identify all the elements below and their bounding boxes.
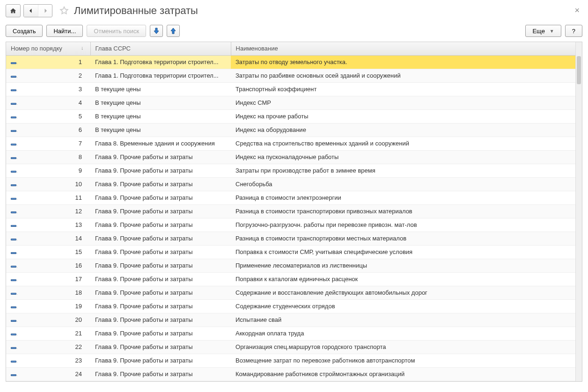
more-button[interactable]: Еще ▼ (525, 25, 561, 37)
row-number-cell: 1 (17, 55, 90, 69)
table-row[interactable]: 13Глава 9. Прочие работы и затратыПогруз… (6, 218, 582, 232)
chevron-down-icon: ▼ (550, 29, 554, 34)
row-number-cell: 7 (17, 137, 90, 150)
row-number-cell: 19 (17, 299, 90, 313)
col-name-header[interactable]: Наименование (231, 42, 582, 55)
create-button[interactable]: Создать (6, 25, 43, 37)
table-row[interactable]: 24Глава 9. Прочие работы и затратыКоманд… (6, 367, 582, 381)
row-name-cell: Индекс СМР (231, 96, 582, 109)
col-chapter-header[interactable]: Глава ССРС (90, 42, 231, 55)
back-button[interactable] (24, 5, 38, 17)
toolbar: Создать Найти... Отменить поиск Еще ▼ ? (6, 25, 582, 37)
item-icon (11, 374, 16, 376)
row-marker-cell (6, 272, 17, 286)
row-marker-cell (6, 354, 17, 367)
vertical-scrollbar[interactable] (575, 42, 582, 381)
arrow-right-icon (43, 8, 48, 14)
item-icon (11, 320, 16, 322)
move-up-button[interactable] (167, 25, 180, 37)
row-chapter-cell: Глава 9. Прочие работы и затраты (90, 232, 231, 245)
page-title: Лимитированные затраты (74, 5, 569, 17)
col-number-header[interactable]: Номер по порядку ↓ (6, 42, 90, 55)
table-row[interactable]: 3В текущие ценыТранспортный коэффициент (6, 82, 582, 96)
table-row[interactable]: 12Глава 9. Прочие работы и затратыРазниц… (6, 204, 582, 218)
table-row[interactable]: 10Глава 9. Прочие работы и затратыСнегоб… (6, 177, 582, 191)
row-number-cell: 13 (17, 218, 90, 232)
row-name-cell: Поправки к каталогам единичных расценок (231, 272, 582, 286)
table-row[interactable]: 17Глава 9. Прочие работы и затратыПоправ… (6, 272, 582, 286)
cancel-search-button[interactable]: Отменить поиск (87, 25, 146, 37)
item-icon (11, 157, 16, 159)
row-name-cell: Снегоборьба (231, 177, 582, 191)
row-marker-cell (6, 109, 17, 123)
table-row[interactable]: 4В текущие ценыИндекс СМР (6, 96, 582, 109)
table-row[interactable]: 16Глава 9. Прочие работы и затратыПримен… (6, 259, 582, 272)
row-chapter-cell: В текущие цены (90, 109, 231, 123)
row-number-cell: 23 (17, 354, 90, 367)
table-row[interactable]: 15Глава 9. Прочие работы и затратыПоправ… (6, 245, 582, 259)
row-name-cell: Индекс на оборудование (231, 123, 582, 137)
row-chapter-cell: Глава 9. Прочие работы и затраты (90, 299, 231, 313)
row-marker-cell (6, 177, 17, 191)
row-number-cell: 15 (17, 245, 90, 259)
row-chapter-cell: В текущие цены (90, 123, 231, 137)
table-row[interactable]: 19Глава 9. Прочие работы и затратыСодерж… (6, 299, 582, 313)
row-chapter-cell: Глава 9. Прочие работы и затраты (90, 204, 231, 218)
row-number-cell: 22 (17, 340, 90, 354)
row-name-cell: Возмещение затрат по перевозке работнико… (231, 354, 582, 367)
table-row[interactable]: 20Глава 9. Прочие работы и затратыИспыта… (6, 313, 582, 327)
row-number-cell: 9 (17, 164, 90, 177)
nav-back-forward (23, 4, 52, 17)
item-icon (11, 116, 16, 118)
item-icon (11, 144, 16, 145)
move-down-button[interactable] (150, 25, 163, 37)
close-button[interactable]: × (572, 4, 582, 17)
row-chapter-cell: Глава 9. Прочие работы и затраты (90, 354, 231, 367)
item-icon (11, 62, 16, 64)
table-row[interactable]: 8Глава 9. Прочие работы и затратыИндекс … (6, 150, 582, 164)
table-row[interactable]: 7Глава 8. Временные здания и сооруженияС… (6, 137, 582, 150)
row-number-cell: 12 (17, 204, 90, 218)
help-button[interactable]: ? (565, 25, 582, 37)
find-button[interactable]: Найти... (46, 25, 83, 37)
row-name-cell: Индекс на прочие работы (231, 109, 582, 123)
row-marker-cell (6, 137, 17, 150)
row-chapter-cell: Глава 9. Прочие работы и затраты (90, 218, 231, 232)
table-row[interactable]: 23Глава 9. Прочие работы и затратыВозмещ… (6, 354, 582, 367)
table-row[interactable]: 5В текущие ценыИндекс на прочие работы (6, 109, 582, 123)
row-number-cell: 4 (17, 96, 90, 109)
row-number-cell: 2 (17, 69, 90, 82)
row-name-cell: Организация спец.маршрутов городского тр… (231, 340, 582, 354)
row-chapter-cell: Глава 9. Прочие работы и затраты (90, 272, 231, 286)
item-icon (11, 184, 16, 186)
favorite-star-icon[interactable] (59, 6, 69, 16)
row-chapter-cell: Глава 9. Прочие работы и затраты (90, 164, 231, 177)
data-table-container: Номер по порядку ↓ Глава ССРС Наименован… (6, 42, 582, 382)
header-bar: Лимитированные затраты × (6, 4, 582, 17)
row-chapter-cell: В текущие цены (90, 96, 231, 109)
table-row[interactable]: 22Глава 9. Прочие работы и затратыОргани… (6, 340, 582, 354)
table-row[interactable]: 6В текущие ценыИндекс на оборудование (6, 123, 582, 137)
row-number-cell: 17 (17, 272, 90, 286)
home-button[interactable] (6, 4, 21, 17)
data-table: Номер по порядку ↓ Глава ССРС Наименован… (6, 42, 582, 381)
row-marker-cell (6, 123, 17, 137)
arrow-down-blue-icon (154, 28, 159, 34)
forward-button[interactable] (38, 5, 52, 17)
item-icon (11, 279, 16, 281)
table-row[interactable]: 14Глава 9. Прочие работы и затратыРазниц… (6, 232, 582, 245)
table-row[interactable]: 1Глава 1. Подготовка территории строител… (6, 55, 582, 69)
row-number-cell: 18 (17, 286, 90, 299)
item-icon (11, 347, 16, 349)
table-row[interactable]: 2Глава 1. Подготовка территории строител… (6, 69, 582, 82)
row-marker-cell (6, 340, 17, 354)
item-icon (11, 130, 16, 132)
table-row[interactable]: 9Глава 9. Прочие работы и затратыЗатраты… (6, 164, 582, 177)
table-row[interactable]: 11Глава 9. Прочие работы и затратыРазниц… (6, 191, 582, 204)
row-name-cell: Командирование работников строймонтажных… (231, 367, 582, 381)
row-number-cell: 21 (17, 327, 90, 340)
table-row[interactable]: 18Глава 9. Прочие работы и затратыСодерж… (6, 286, 582, 299)
row-name-cell: Разница в стоимости транспортировки прив… (231, 204, 582, 218)
table-row[interactable]: 21Глава 9. Прочие работы и затратыАккорд… (6, 327, 582, 340)
scrollbar-thumb[interactable] (577, 56, 581, 84)
